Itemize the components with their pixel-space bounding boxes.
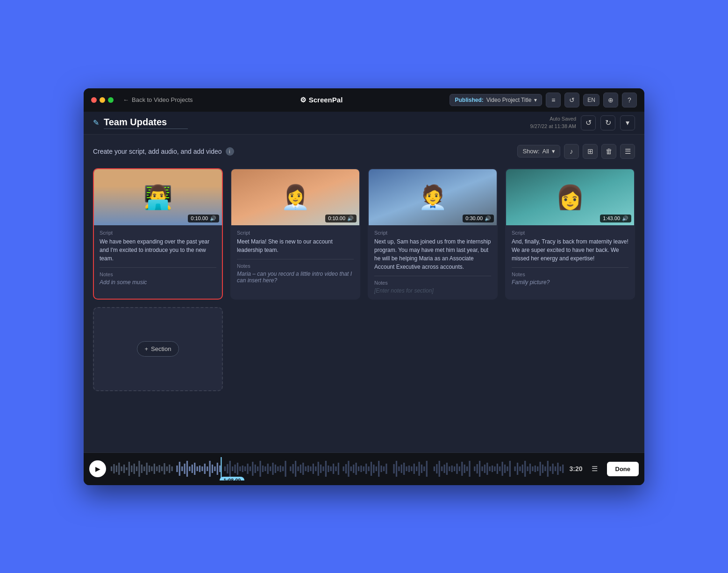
minimize-button[interactable] [100, 97, 105, 103]
delete-icon-button[interactable]: 🗑 [601, 144, 616, 159]
svg-rect-20 [161, 466, 163, 471]
svg-rect-82 [322, 466, 324, 471]
play-icon: ▶ [95, 465, 100, 473]
info-icon-button[interactable]: i [226, 147, 234, 156]
svg-rect-129 [454, 466, 455, 471]
svg-rect-59 [262, 466, 264, 472]
section-card-2[interactable]: 👩‍💼 0:10.00 🔊 Script Meet Maria! She is … [230, 168, 360, 300]
undo-button[interactable]: ↺ [581, 115, 596, 130]
done-button[interactable]: Done [607, 462, 639, 476]
svg-rect-25 [176, 466, 178, 472]
svg-rect-122 [436, 464, 437, 473]
more-options-button[interactable]: ▾ [620, 115, 635, 130]
svg-rect-136 [474, 466, 475, 471]
card-notes-3[interactable]: [Enter notes for section] [374, 287, 491, 294]
svg-rect-84 [328, 466, 329, 472]
svg-rect-50 [239, 466, 241, 471]
svg-rect-94 [356, 463, 357, 475]
svg-rect-15 [149, 466, 150, 472]
svg-rect-35 [201, 466, 203, 471]
play-button[interactable]: ▶ [89, 460, 106, 477]
svg-rect-131 [459, 466, 460, 471]
svg-rect-19 [159, 465, 160, 473]
svg-rect-105 [383, 466, 385, 471]
music-icon-button[interactable]: ♪ [564, 144, 579, 159]
svg-rect-89 [343, 466, 344, 471]
svg-rect-71 [295, 461, 296, 477]
card-notes-2[interactable]: Maria – can you record a little intro vi… [237, 271, 354, 284]
svg-rect-5 [123, 465, 125, 473]
notes-label-2: Notes [237, 263, 354, 269]
svg-rect-72 [297, 466, 299, 471]
back-button[interactable]: ← Back to Video Projects [123, 96, 193, 103]
layers-icon-button[interactable]: ⊕ [603, 93, 618, 107]
video-duration-2: 0:10.00 [328, 215, 345, 221]
svg-rect-120 [426, 461, 428, 477]
menu-icon-button[interactable]: ≡ [546, 93, 561, 107]
section-card-3[interactable]: 🧑‍💼 0:30.00 🔊 Script Next up, Sam has jo… [368, 168, 498, 300]
svg-rect-76 [307, 466, 309, 472]
svg-rect-103 [378, 461, 379, 477]
back-arrow-icon: ← [123, 96, 129, 103]
history-icon-button[interactable]: ↺ [564, 93, 579, 107]
svg-rect-109 [398, 466, 400, 471]
timeline-menu-button[interactable]: ☰ [587, 461, 602, 476]
cards-grid: 👨‍💻 0:10.00 🔊 Script We have been expand… [93, 168, 635, 300]
card-script-4[interactable]: And, finally, Tracy is back from materni… [512, 237, 628, 263]
svg-rect-162 [542, 465, 543, 473]
list-view-button[interactable]: ☰ [620, 144, 635, 159]
svg-rect-36 [204, 464, 206, 474]
svg-rect-119 [423, 466, 425, 471]
svg-rect-92 [350, 466, 352, 471]
svg-rect-101 [373, 465, 374, 473]
published-dropdown[interactable]: Published: Video Project Title ▾ [450, 94, 542, 106]
card-script-2[interactable]: Meet Maria! She is new to our account le… [237, 237, 354, 254]
close-button[interactable] [91, 97, 97, 103]
toolbar: ✎ Team Updates Auto Saved 9/27/22 at 11:… [84, 112, 644, 135]
maximize-button[interactable] [108, 97, 114, 103]
svg-rect-55 [252, 462, 253, 476]
svg-rect-98 [365, 464, 367, 474]
svg-rect-22 [166, 466, 168, 471]
copy-icon-button[interactable]: ⊞ [583, 144, 598, 159]
add-section-button[interactable]: + Section [137, 341, 179, 357]
card-video-1: 👨‍💻 0:10.00 🔊 [94, 169, 222, 225]
svg-rect-69 [290, 466, 291, 471]
add-section-card[interactable]: + Section [93, 307, 223, 391]
svg-rect-130 [456, 464, 457, 474]
svg-rect-75 [305, 466, 307, 471]
redo-button[interactable]: ↻ [600, 115, 615, 130]
video-duration-1: 0:10.00 [191, 215, 208, 221]
show-filter-dropdown[interactable]: Show: All ▾ [517, 145, 560, 158]
section-card-4[interactable]: 👩 1:43.00 🔊 Script And, finally, Tracy i… [505, 168, 635, 300]
svg-rect-86 [333, 464, 334, 474]
card-script-3[interactable]: Next up, Sam has joined us from the inte… [374, 237, 491, 271]
dropdown-arrow-icon: ▾ [534, 97, 537, 103]
language-button[interactable]: EN [583, 94, 600, 106]
card-video-4: 👩 1:43.00 🔊 [506, 169, 634, 225]
svg-rect-144 [494, 466, 495, 471]
project-title[interactable]: Team Updates [104, 117, 188, 128]
svg-rect-80 [318, 462, 319, 476]
traffic-lights [91, 97, 114, 103]
svg-rect-14 [146, 463, 148, 475]
svg-rect-8 [131, 466, 132, 472]
svg-rect-81 [320, 465, 321, 473]
show-label: Show: [522, 148, 539, 155]
video-duration-4: 1:43.00 [603, 215, 620, 221]
svg-rect-110 [401, 465, 402, 473]
card-notes-1[interactable]: Add in some music [100, 279, 216, 286]
svg-rect-46 [229, 461, 231, 477]
card-script-1[interactable]: We have been expanding over the past yea… [100, 237, 216, 263]
waveform-container[interactable]: 1:08.00 [111, 457, 564, 480]
help-icon-button[interactable]: ? [622, 93, 637, 107]
svg-rect-58 [259, 461, 261, 477]
svg-rect-24 [171, 466, 173, 471]
svg-rect-93 [353, 465, 354, 473]
svg-rect-132 [461, 462, 463, 476]
notes-label-3: Notes [374, 280, 491, 286]
card-notes-4[interactable]: Family picture? [512, 279, 628, 286]
section-card-1[interactable]: 👨‍💻 0:10.00 🔊 Script We have been expand… [93, 168, 223, 300]
svg-rect-139 [481, 466, 483, 471]
published-label: Published: [455, 97, 483, 103]
